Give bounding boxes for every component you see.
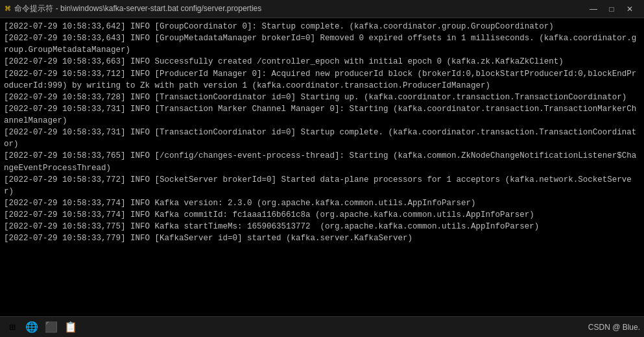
app-icon-2[interactable]: 📋 [62,319,79,336]
console-line: [2022-07-29 10:58:33,775] INFO Kafka sta… [4,221,640,232]
console-line: [2022-07-29 10:58:33,712] INFO [Producer… [4,68,640,92]
console-line: [2022-07-29 10:58:33,765] INFO [/config/… [4,150,640,173]
close-button[interactable]: ✕ [621,2,639,16]
taskbar-left: ⊞ 🌐 ⬛ 📋 [4,319,79,336]
console-line: [2022-07-29 10:58:33,728] INFO [Transact… [4,92,640,103]
console-line: [2022-07-29 10:58:33,643] INFO [GroupMet… [4,32,640,56]
console-line: [2022-07-29 10:58:33,731] INFO [Transact… [4,127,640,150]
title-bar-title: 命令提示符 - bin\windows\kafka-server-start.b… [14,3,261,14]
console-line: [2022-07-29 10:58:33,642] INFO [GroupCoo… [4,21,640,32]
minimize-button[interactable]: — [584,2,602,16]
maximize-button[interactable]: □ [602,2,621,16]
console-line: [2022-07-29 10:58:33,774] INFO Kafka com… [4,209,640,221]
title-bar-left: ⌘ 命令提示符 - bin\windows\kafka-server-start… [5,3,261,14]
terminal-icon: ⌘ [5,3,10,14]
title-bar-controls: — □ ✕ [584,2,639,16]
console-line: [2022-07-29 10:58:33,779] INFO [KafkaSer… [4,232,640,244]
taskbar-branding: CSDN @ Blue. [588,323,640,332]
taskbar: ⊞ 🌐 ⬛ 📋 CSDN @ Blue. [0,316,644,337]
app-icon-1[interactable]: ⬛ [43,319,60,336]
console-line: [2022-07-29 10:58:33,774] INFO Kafka ver… [4,197,640,209]
terminal-window: ⌘ 命令提示符 - bin\windows\kafka-server-start… [0,0,644,337]
console-line: [2022-07-29 10:58:33,663] INFO Successfu… [4,56,640,68]
console-line: [2022-07-29 10:58:33,731] INFO [Transact… [4,103,640,127]
start-button[interactable]: ⊞ [4,319,21,336]
console-line: [2022-07-29 10:58:33,772] INFO [SocketSe… [4,174,640,197]
console-output: [2022-07-29 10:58:33,642] INFO [GroupCoo… [0,18,644,316]
browser-icon[interactable]: 🌐 [23,319,40,336]
title-bar: ⌘ 命令提示符 - bin\windows\kafka-server-start… [0,0,644,18]
